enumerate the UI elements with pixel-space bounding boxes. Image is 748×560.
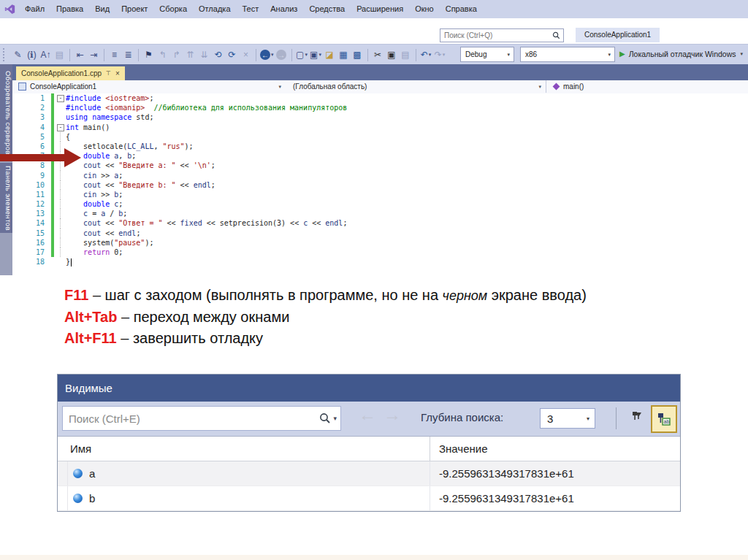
code-editor[interactable]: 1-#include <iostream>;2#include <iomanip… bbox=[12, 93, 748, 275]
code-line-1[interactable]: 1-#include <iostream>; bbox=[12, 93, 748, 103]
chevron-down-icon: ▾ bbox=[443, 52, 446, 58]
code-line-4[interactable]: 4-int main() bbox=[12, 123, 748, 132]
comment-icon[interactable]: ≡ bbox=[107, 47, 121, 62]
task-forward-icon[interactable]: ⟳ bbox=[225, 47, 239, 62]
navigate-back-icon[interactable]: ←▾ bbox=[259, 47, 275, 62]
menu-item-3[interactable]: Вид bbox=[89, 0, 115, 18]
code-line-12[interactable]: 12 double c; bbox=[12, 199, 748, 209]
undo-icon[interactable]: ↶▾ bbox=[419, 47, 433, 62]
watch-search-box[interactable]: ▾ bbox=[62, 406, 341, 431]
clear-bookmarks-icon[interactable]: × bbox=[239, 47, 253, 62]
member-dropdown-value: main() bbox=[563, 83, 584, 91]
menu-item-9[interactable]: Средства bbox=[303, 0, 351, 18]
line-number: 18 bbox=[12, 257, 51, 266]
column-header-value: Значение bbox=[430, 437, 680, 461]
menu-item-5[interactable]: Сборка bbox=[153, 0, 193, 18]
code-line-9[interactable]: 9 cin >> a; bbox=[12, 171, 748, 180]
variable-value: -9.2559631349317831e+61 bbox=[430, 461, 680, 486]
next-bookmark-icon[interactable]: ↱ bbox=[169, 47, 183, 62]
code-line-18[interactable]: 18} bbox=[12, 257, 748, 266]
prev-bookmark-folder-icon[interactable]: ⇈ bbox=[183, 47, 197, 62]
code-line-16[interactable]: 16 system("pause"); bbox=[12, 238, 748, 248]
chevron-down-icon: ▾ bbox=[429, 52, 432, 58]
watch-row-b[interactable]: b-9.2559631349317831e+61 bbox=[58, 486, 680, 511]
line-number: 14 bbox=[12, 218, 51, 228]
search-back-icon[interactable]: ← bbox=[359, 404, 376, 425]
toolbar-drag-handle[interactable] bbox=[3, 48, 7, 61]
copy-icon[interactable]: ▣ bbox=[385, 47, 399, 62]
document-tab[interactable]: ConsoleApplication1.cpp ⊤ × bbox=[16, 66, 125, 80]
code-line-2[interactable]: 2#include <iomanip> //библиотека для исп… bbox=[12, 103, 748, 112]
next-bookmark-folder-icon[interactable]: ⇊ bbox=[197, 47, 211, 62]
collapse-box-icon[interactable]: - bbox=[56, 93, 66, 103]
solution-config-dropdown[interactable]: Debug ▾ bbox=[460, 47, 514, 62]
change-bar bbox=[51, 171, 54, 180]
navigate-forward-icon[interactable]: → bbox=[275, 47, 289, 62]
code-line-11[interactable]: 11 cin >> b; bbox=[12, 190, 748, 199]
redo-icon[interactable]: ↷▾ bbox=[433, 47, 447, 62]
fold-margin bbox=[56, 171, 66, 180]
open-file-icon[interactable]: ◪ bbox=[323, 47, 337, 62]
code-line-17[interactable]: 17 return 0; bbox=[12, 248, 748, 257]
decrease-indent-icon[interactable]: ⇤ bbox=[73, 47, 87, 62]
menu-item-12[interactable]: Справка bbox=[440, 0, 483, 18]
collapse-box-icon[interactable]: - bbox=[56, 123, 66, 132]
quick-search-input[interactable] bbox=[440, 31, 552, 39]
search-depth-dropdown[interactable]: 3 ▾ bbox=[540, 408, 595, 429]
menu-item-6[interactable]: Отладка bbox=[193, 0, 236, 18]
menu-item-11[interactable]: Окно bbox=[409, 0, 440, 18]
code-line-13[interactable]: 13 c = a / b; bbox=[12, 209, 748, 218]
close-icon[interactable]: × bbox=[115, 69, 120, 77]
member-dropdown[interactable]: main() bbox=[548, 80, 738, 93]
cut-icon[interactable]: ✂ bbox=[371, 47, 385, 62]
quick-info-icon[interactable]: A↑ bbox=[39, 47, 53, 62]
scope-dropdown[interactable]: (Глобальная область) ▾ bbox=[289, 80, 546, 93]
fold-margin bbox=[56, 209, 66, 218]
menu-item-7[interactable]: Тест bbox=[237, 0, 265, 18]
platform-dropdown[interactable]: x86 ▾ bbox=[520, 47, 615, 62]
server-explorer-tab[interactable]: Обозреватель серверов bbox=[0, 64, 12, 161]
search-forward-icon[interactable]: → bbox=[383, 404, 401, 425]
menu-item-2[interactable]: Правка bbox=[50, 0, 89, 18]
increase-indent-icon[interactable]: ⇥ bbox=[87, 47, 101, 62]
save-all-icon[interactable]: ▩ bbox=[351, 47, 365, 62]
code-line-7[interactable]: 7 double a, b; bbox=[12, 151, 748, 161]
code-line-8[interactable]: 8 cout << "Введите a: " << '\n'; bbox=[12, 161, 748, 170]
watch-search-input[interactable] bbox=[63, 412, 319, 426]
toolbox-tab[interactable]: Панель элементов bbox=[0, 163, 12, 233]
pin-filter-icon[interactable] bbox=[625, 407, 645, 429]
fold-margin bbox=[56, 180, 66, 190]
code-line-10[interactable]: 10 cout << "Введите b: " << endl; bbox=[12, 180, 748, 190]
fold-margin bbox=[56, 257, 66, 266]
start-debugging-button[interactable]: ▶ Локальный отладчик Windows ▾ bbox=[619, 46, 743, 61]
menu-item-10[interactable]: Расширения bbox=[351, 0, 409, 18]
code-line-14[interactable]: 14 cout << "Ответ = " << fixed << setpre… bbox=[12, 218, 748, 228]
code-line-3[interactable]: 3using namespace std; bbox=[12, 112, 748, 122]
format-values-toggle[interactable]: ab bbox=[651, 405, 677, 433]
pin-icon[interactable]: ⊤ bbox=[106, 70, 111, 77]
word-completion-icon[interactable]: ▤ bbox=[53, 47, 66, 62]
project-dropdown[interactable]: ConsoleApplication1 ▾ bbox=[15, 80, 286, 93]
chevron-down-icon[interactable]: ▾ bbox=[333, 415, 337, 422]
scope-dropdown-value: (Глобальная область) bbox=[293, 83, 367, 91]
watch-panel-title[interactable]: Видимые bbox=[58, 375, 680, 402]
new-project-icon[interactable]: ▢▾ bbox=[295, 47, 309, 62]
watch-row-a[interactable]: a-9.2559631349317831e+61 bbox=[58, 461, 680, 486]
add-item-icon[interactable]: ▣▾ bbox=[309, 47, 323, 62]
menu-item-8[interactable]: Анализ bbox=[264, 0, 303, 18]
menu-item-4[interactable]: Проект bbox=[115, 0, 153, 18]
prev-bookmark-icon[interactable]: ↰ bbox=[156, 47, 169, 62]
code-line-6[interactable]: 6 setlocale(LC_ALL, "rus"); bbox=[12, 142, 748, 151]
code-line-5[interactable]: 5{ bbox=[12, 132, 748, 142]
paste-icon[interactable]: ▤ bbox=[399, 47, 413, 62]
menu-item-1[interactable]: Файл bbox=[19, 0, 50, 18]
quick-search-box[interactable] bbox=[440, 28, 564, 42]
list-members-icon[interactable]: ✎ bbox=[11, 47, 25, 62]
uncomment-icon[interactable]: ≣ bbox=[121, 47, 135, 62]
change-bar bbox=[51, 190, 54, 199]
parameter-info-icon[interactable]: (ℹ) bbox=[25, 47, 39, 62]
save-icon[interactable]: ▦ bbox=[337, 47, 351, 62]
bookmark-icon[interactable]: ⚑ bbox=[142, 47, 156, 62]
code-line-15[interactable]: 15 cout << endl; bbox=[12, 229, 748, 238]
task-back-icon[interactable]: ⟲ bbox=[211, 47, 225, 62]
